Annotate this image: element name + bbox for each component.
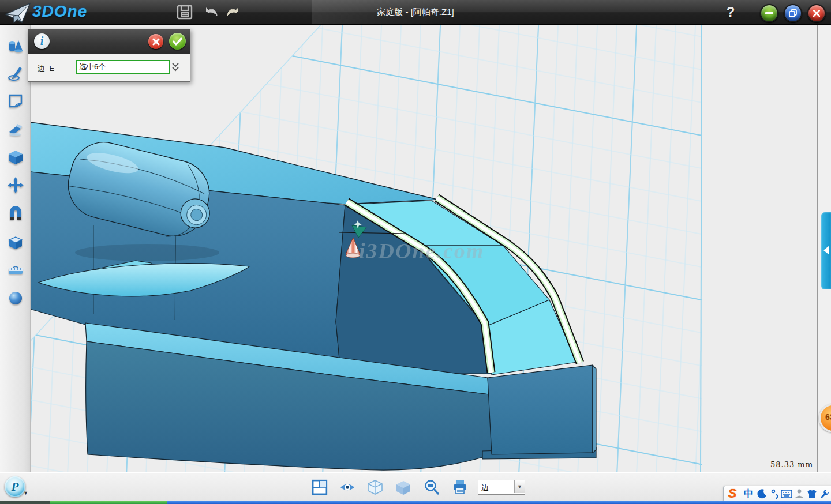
selection-dialog: i 边 E <box>28 29 190 82</box>
close-icon <box>813 10 820 17</box>
watermark-text: i3DOne.com <box>359 239 484 263</box>
magnet-constraint-icon <box>7 205 24 222</box>
sketch-surface-icon <box>7 92 24 110</box>
dialog-body: 边 E <box>28 54 190 81</box>
title-bar: 3DOne 家庭版 - [阿帕奇.Z1] ? <box>0 0 831 25</box>
plugin-p-caret-icon[interactable]: ▼ <box>23 490 28 496</box>
magnet-constraint-button[interactable] <box>7 205 24 222</box>
edge-field-label: 边 E <box>38 63 55 74</box>
collapse-arrow-icon <box>823 246 829 255</box>
measurement-readout: 58.33 mm <box>763 460 821 469</box>
pick-filter-value: 边 <box>481 483 489 493</box>
taskbar-segment-blue <box>167 501 831 504</box>
punctuation-icon[interactable] <box>769 487 781 500</box>
confirm-check-icon <box>173 37 182 46</box>
primitive-solids-icon <box>7 37 24 54</box>
user-icon[interactable] <box>793 487 806 500</box>
render-sphere-button[interactable] <box>7 289 24 307</box>
cancel-x-icon <box>152 38 160 46</box>
combine-box-icon <box>7 233 24 250</box>
eraser-button[interactable] <box>7 121 24 138</box>
sketch-draw-button[interactable] <box>7 65 24 82</box>
print-icon[interactable] <box>452 479 468 495</box>
shirt-skin-icon[interactable] <box>806 487 818 500</box>
taskbar-segment-green <box>50 501 167 504</box>
sketch-draw-icon <box>7 65 24 82</box>
left-toolbar <box>0 24 31 472</box>
dialog-header[interactable]: i <box>28 29 190 54</box>
eraser-icon <box>7 121 24 138</box>
3done-window: i3DOne.com 3DOne 家庭版 - [阿帕奇.Z1] ? <box>0 0 831 504</box>
bottom-toolbar: 边 ▼ <box>0 472 831 501</box>
move-icon <box>7 176 24 194</box>
minimize-button[interactable] <box>760 4 778 22</box>
os-taskbar-sliver[interactable] <box>0 501 831 504</box>
edge-selection-input[interactable] <box>76 60 170 74</box>
sketch-surface-button[interactable] <box>7 92 24 110</box>
render-sphere-icon <box>7 289 24 307</box>
confirm-button[interactable] <box>169 33 186 50</box>
viewport-layout-icon[interactable] <box>312 479 328 495</box>
plugin-p-button[interactable]: P <box>5 476 25 497</box>
cancel-button[interactable] <box>148 34 163 49</box>
lang-mode-button[interactable]: 中 <box>742 487 755 500</box>
shaded-cube-icon[interactable] <box>395 479 411 495</box>
panel-collapse-tab[interactable] <box>821 212 831 289</box>
moon-icon[interactable] <box>756 487 769 500</box>
double-chevron-down-icon[interactable] <box>171 62 180 73</box>
zoom-snapshot-icon[interactable] <box>424 479 440 495</box>
measure-toolbox-icon <box>7 261 24 279</box>
measure-toolbox-button[interactable] <box>7 261 24 279</box>
wrench-icon[interactable] <box>818 487 831 500</box>
ime-toolbar: S 中 <box>723 486 831 502</box>
combine-box-button[interactable] <box>7 233 24 250</box>
sogou-logo-icon[interactable]: S <box>726 487 739 500</box>
minimize-icon <box>765 12 773 14</box>
feature-cube-button[interactable] <box>7 149 24 166</box>
close-button[interactable] <box>807 4 826 22</box>
restore-icon <box>789 9 797 17</box>
model-tail-box[interactable] <box>482 365 596 459</box>
visibility-eye-icon[interactable] <box>339 479 355 495</box>
wireframe-cube-icon[interactable] <box>367 479 383 495</box>
move-button[interactable] <box>7 176 24 194</box>
taskbar-segment <box>0 501 50 504</box>
feature-cube-icon <box>7 149 24 166</box>
keyboard-icon[interactable] <box>780 487 793 500</box>
dropdown-arrow-icon[interactable]: ▼ <box>514 480 525 493</box>
primitive-solids-button[interactable] <box>7 37 24 54</box>
pick-filter-dropdown[interactable]: 边 ▼ <box>478 480 525 495</box>
restore-button[interactable] <box>784 4 802 22</box>
window-title: 家庭版 - [阿帕奇.Z1] <box>0 0 831 24</box>
help-button[interactable]: ? <box>723 2 739 22</box>
info-icon[interactable]: i <box>34 33 50 49</box>
